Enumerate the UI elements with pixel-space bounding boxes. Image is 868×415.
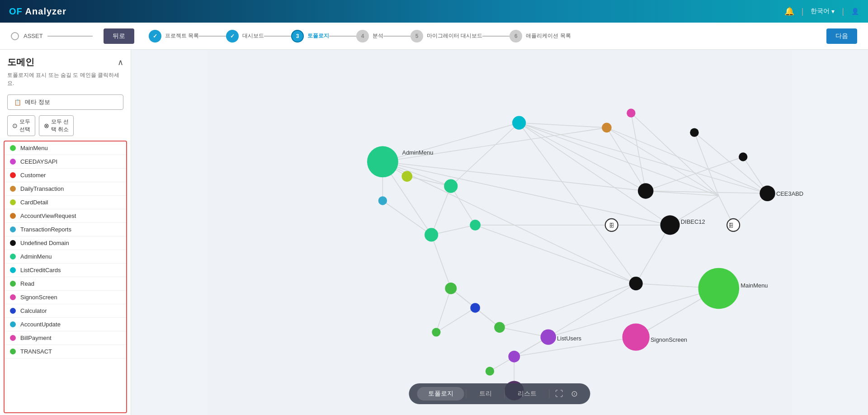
user-icon[interactable]: 👤: [851, 8, 859, 15]
node-dibec12[interactable]: [660, 215, 680, 235]
domain-item-label: Undefined Domain: [20, 240, 69, 246]
step-5-circle: 5: [410, 30, 423, 42]
deselect-all-button[interactable]: ⊗ 모두 선 택 취소: [39, 115, 74, 136]
node-black-top1[interactable]: [690, 128, 698, 137]
domain-item-label: AccountViewRequest: [20, 212, 76, 219]
node-lime[interactable]: [401, 171, 412, 182]
step-5[interactable]: 5 마이그레이터 대시보드: [410, 30, 482, 42]
step-3[interactable]: 3 토폴로지: [291, 30, 329, 42]
node-blue-left[interactable]: [378, 196, 387, 205]
domain-color-dot: [10, 281, 16, 287]
step-3-circle: 3: [291, 30, 304, 42]
step-3-label: 토폴로지: [307, 32, 329, 40]
node-pink-top[interactable]: [627, 108, 635, 117]
domain-list: MainMenuCEEDAYSAPICustomerDailyTransacti…: [4, 141, 127, 413]
domain-item[interactable]: AccountViewRequest: [5, 209, 126, 223]
domain-item[interactable]: Calculator: [5, 304, 126, 318]
node-db1-icon: 🗄: [728, 222, 734, 229]
node-green-bot[interactable]: [432, 328, 440, 336]
node-cee3abd[interactable]: [760, 186, 775, 201]
step-4-circle: 4: [356, 30, 369, 42]
domain-item[interactable]: AdminMenu: [5, 250, 126, 264]
meta-info-button[interactable]: 📋 메타 정보: [7, 94, 123, 110]
header-right: 🔔 | 한국어 ▾ | 👤: [784, 6, 859, 16]
step-2-circle: ✓: [226, 30, 239, 42]
node-cyan-top[interactable]: [512, 116, 526, 130]
step-connector-4: [383, 36, 410, 37]
domain-color-dot: [10, 199, 16, 205]
step-connector-2: [264, 36, 291, 37]
book-icon: 📋: [14, 99, 21, 106]
tab-topology[interactable]: 토폴로지: [417, 387, 464, 401]
language-selector[interactable]: 한국어 ▾: [811, 7, 835, 15]
select-all-button[interactable]: ⊙ 모두 선택: [7, 115, 35, 136]
node-adminmenu[interactable]: [367, 146, 398, 177]
node-teal-center[interactable]: [470, 220, 481, 231]
step-4[interactable]: 4 분석: [356, 30, 383, 42]
tab-tree[interactable]: 트리: [468, 387, 503, 401]
asset-circle: [11, 32, 19, 40]
step-4-label: 분석: [373, 32, 383, 40]
domain-item[interactable]: TransactionReports: [5, 223, 126, 236]
node-black-mid1[interactable]: [638, 183, 653, 198]
node-mainmenu[interactable]: [698, 268, 739, 309]
toolbar-sep-2: [505, 389, 505, 398]
toolbar-sep-3: [549, 389, 550, 398]
domain-item[interactable]: TRANSACT: [5, 345, 126, 358]
domain-color-dot: [10, 294, 16, 300]
node-black-right[interactable]: [629, 277, 643, 290]
domain-item[interactable]: AccountUpdate: [5, 318, 126, 331]
node-orange[interactable]: [602, 123, 612, 133]
tab-list[interactable]: 리스트: [507, 387, 547, 401]
chevron-down-icon: ▾: [831, 8, 835, 15]
step-2-label: 대시보드: [242, 32, 264, 40]
step-2[interactable]: ✓ 대시보드: [226, 30, 264, 42]
topology-graph[interactable]: AdminMenu MainMenu SignonScreen ListUser…: [131, 50, 868, 415]
node-blue-lower[interactable]: [470, 303, 480, 313]
domain-item-label: AdminMenu: [20, 253, 52, 260]
domain-item-label: CEEDAYSAPI: [20, 158, 57, 165]
next-button[interactable]: 다음: [826, 28, 857, 44]
domain-item[interactable]: BillPayment: [5, 331, 126, 345]
domain-item[interactable]: MainMenu: [5, 141, 126, 155]
domain-item[interactable]: DailyTransaction: [5, 182, 126, 196]
back-button[interactable]: 뒤로: [104, 28, 134, 44]
x-circle-icon: ⊗: [44, 122, 49, 129]
notification-icon[interactable]: 🔔: [784, 6, 794, 16]
domain-item[interactable]: Undefined Domain: [5, 236, 126, 250]
domain-item[interactable]: Read: [5, 277, 126, 291]
step-1[interactable]: ✓ 프로젝트 목록: [149, 30, 199, 42]
node-purple-bot[interactable]: [508, 351, 520, 363]
domain-item[interactable]: CardDetail: [5, 196, 126, 209]
domain-item[interactable]: CEEDAYSAPI: [5, 155, 126, 169]
sidebar-description: 토폴로지에 표시 또는 숨길 도 메인을 클릭하세요.: [0, 71, 131, 92]
domain-item-label: TRANSACT: [20, 348, 52, 355]
node-teal-mid[interactable]: [425, 228, 438, 241]
step-1-label: 프로젝트 목록: [165, 32, 199, 40]
domain-item[interactable]: ListCreditCards: [5, 264, 126, 277]
node-black-top2[interactable]: [739, 152, 747, 161]
header-divider: |: [802, 7, 804, 16]
node-green-bot2[interactable]: [486, 367, 494, 375]
node-listusers[interactable]: [540, 329, 556, 344]
domain-item-label: Calculator: [20, 307, 47, 314]
domain-item[interactable]: SignonScreen: [5, 291, 126, 304]
stepper-bar: ASSET 뒤로 ✓ 프로젝트 목록 ✓ 대시보드 3 토폴로지 4 분석 5: [0, 23, 868, 50]
node-teal-left[interactable]: [444, 179, 458, 193]
sidebar-collapse-button[interactable]: ∧: [118, 57, 123, 67]
expand-button[interactable]: ⛶: [552, 386, 567, 401]
domain-item[interactable]: Customer: [5, 169, 126, 182]
graph-area: AdminMenu MainMenu SignonScreen ListUser…: [131, 50, 868, 415]
node-db2-icon: 🗄: [609, 222, 614, 229]
domain-item-label: BillPayment: [20, 335, 52, 341]
node-green-lower2[interactable]: [494, 322, 505, 333]
domain-item-label: Read: [20, 280, 34, 287]
node-signonscreen[interactable]: [622, 323, 649, 350]
node-green-lower[interactable]: [445, 283, 457, 294]
target-button[interactable]: ⊙: [567, 386, 582, 401]
domain-color-dot: [10, 172, 16, 178]
domain-item-label: MainMenu: [20, 145, 48, 151]
step-6[interactable]: 6 애플리케이션 목록: [509, 30, 571, 42]
step-6-label: 애플리케이션 목록: [526, 32, 571, 40]
check-circle-icon: ⊙: [12, 122, 18, 129]
